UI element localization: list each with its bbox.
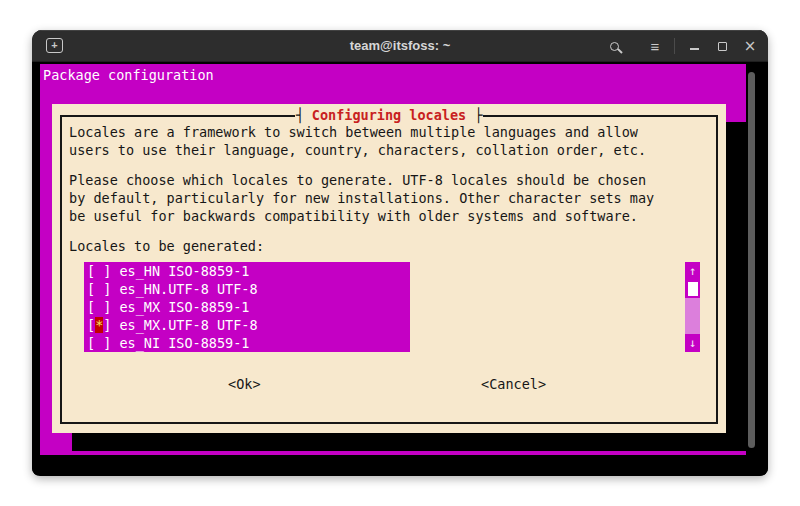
intro-line-2: users to use their language, country, ch…	[69, 141, 646, 159]
minimize-button[interactable]	[680, 30, 708, 62]
checkbox-bracket: [	[87, 317, 95, 333]
locale-option-cursor[interactable]: [*]es_MX.UTF-8 UTF-8	[84, 316, 410, 334]
locale-option[interactable]: [ ]es_HN ISO-8859-1	[84, 262, 410, 280]
locale-option[interactable]: [ ]es_NI ISO-8859-1	[84, 334, 410, 352]
scroll-up-icon: ↑	[685, 262, 700, 280]
checkbox-bracket: [	[87, 335, 95, 351]
terminal-titlebar: + team@itsfoss: ~ ≡ ×	[32, 30, 768, 62]
minimize-icon	[690, 48, 699, 50]
scrollbar-track	[685, 298, 700, 334]
choose-line-2: by default, particularly for new install…	[69, 189, 654, 207]
scrollbar-thumb-cell	[685, 280, 700, 298]
terminal-scrollbar[interactable]	[748, 72, 755, 448]
hamburger-menu-icon: ≡	[651, 39, 660, 54]
intro-line-1: Locales are a framework to switch betwee…	[69, 123, 638, 141]
maximize-button[interactable]	[708, 30, 736, 62]
checkbox-bracket: [	[87, 299, 95, 315]
checkbox-bracket: [	[87, 281, 95, 297]
list-scrollbar: ↑ ↓	[685, 262, 700, 352]
menu-button[interactable]: ≡	[641, 30, 669, 62]
cancel-button[interactable]: <Cancel>	[481, 375, 546, 393]
locale-option-label: es_HN.UTF-8 UTF-8	[111, 281, 257, 297]
locale-option-label: es_MX ISO-8859-1	[111, 299, 249, 315]
titlebar-separator	[674, 38, 675, 54]
close-button[interactable]: ×	[736, 30, 764, 62]
checkbox-bracket: [	[87, 263, 95, 279]
locale-checklist: [ ]es_HN ISO-8859-1 [ ]es_HN.UTF-8 UTF-8…	[84, 262, 410, 352]
debconf-screen: Package configuration ┤Configuring local…	[40, 64, 746, 455]
terminal-window: + team@itsfoss: ~ ≡ × Package confi	[32, 30, 768, 476]
titlebar-controls: ≡ ×	[600, 30, 764, 62]
maximize-icon	[718, 42, 727, 51]
configuring-locales-dialog: ┤Configuring locales├ Locales are a fram…	[52, 104, 726, 433]
ok-button[interactable]: <Ok>	[228, 375, 261, 393]
locale-option-label: es_MX.UTF-8 UTF-8	[111, 317, 257, 333]
locale-option[interactable]: [ ]es_MX ISO-8859-1	[84, 298, 410, 316]
terminal-content: Package configuration ┤Configuring local…	[32, 62, 768, 475]
list-label: Locales to be generated:	[69, 237, 264, 255]
locale-option-label: es_NI ISO-8859-1	[111, 335, 249, 351]
package-configuration-header: Package configuration	[43, 67, 214, 83]
scroll-down-icon: ↓	[685, 334, 700, 352]
choose-line-1: Please choose which locales to generate.…	[69, 171, 646, 189]
close-icon: ×	[744, 39, 757, 54]
title-left-cap: ┤	[296, 107, 304, 123]
scrollbar-thumb	[688, 282, 698, 296]
locale-option[interactable]: [ ]es_HN.UTF-8 UTF-8	[84, 280, 410, 298]
search-icon	[610, 42, 619, 51]
dialog-title-text: Configuring locales	[304, 107, 474, 123]
title-right-cap: ├	[474, 107, 482, 123]
dialog-title: ┤Configuring locales├	[52, 107, 726, 124]
locale-option-label: es_HN ISO-8859-1	[111, 263, 249, 279]
search-button[interactable]	[600, 30, 628, 62]
choose-line-3: be useful for backwards compatibility wi…	[69, 207, 638, 225]
